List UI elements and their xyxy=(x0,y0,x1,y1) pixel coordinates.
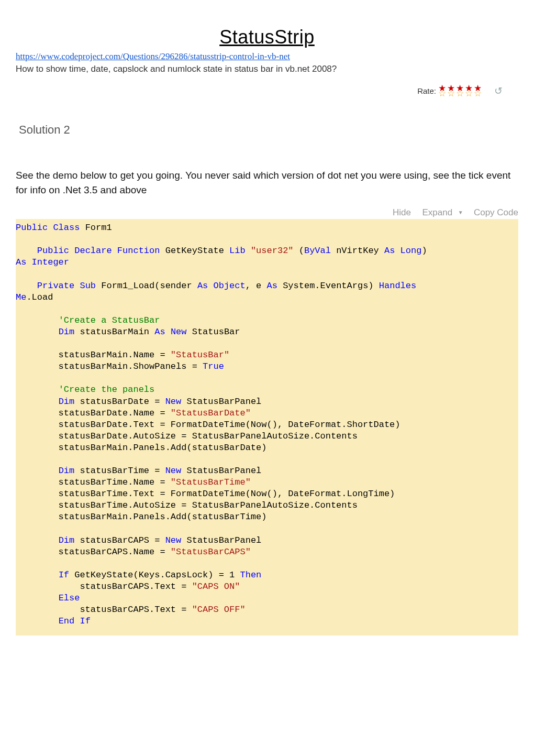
rate-widget: Rate: ★★★★★ ☆☆☆☆☆ ↺ xyxy=(16,85,518,97)
solution-heading: Solution 2 xyxy=(19,123,518,137)
copy-code-button[interactable]: Copy Code xyxy=(474,207,518,217)
source-link[interactable]: https://www.codeproject.com/Questions/29… xyxy=(16,51,518,62)
code-actions: Hide Expand ▼ Copy Code xyxy=(16,207,518,218)
intro-text: See the demo below to get you going. You… xyxy=(16,168,518,197)
question-text: How to show time, date, capslock and num… xyxy=(16,64,518,74)
hide-button[interactable]: Hide xyxy=(393,207,411,217)
expand-button[interactable]: Expand ▼ xyxy=(419,207,463,217)
chevron-down-icon: ▼ xyxy=(458,210,463,215)
reset-rating-icon[interactable]: ↺ xyxy=(494,85,503,97)
stars-empty: ☆☆☆☆☆ xyxy=(438,91,483,96)
rate-label: Rate: xyxy=(417,86,436,95)
page-title: StatusStrip xyxy=(16,26,518,48)
code-block: Public Class Form1 Public Declare Functi… xyxy=(16,219,518,636)
rating-stars[interactable]: ★★★★★ ☆☆☆☆☆ xyxy=(438,86,483,96)
